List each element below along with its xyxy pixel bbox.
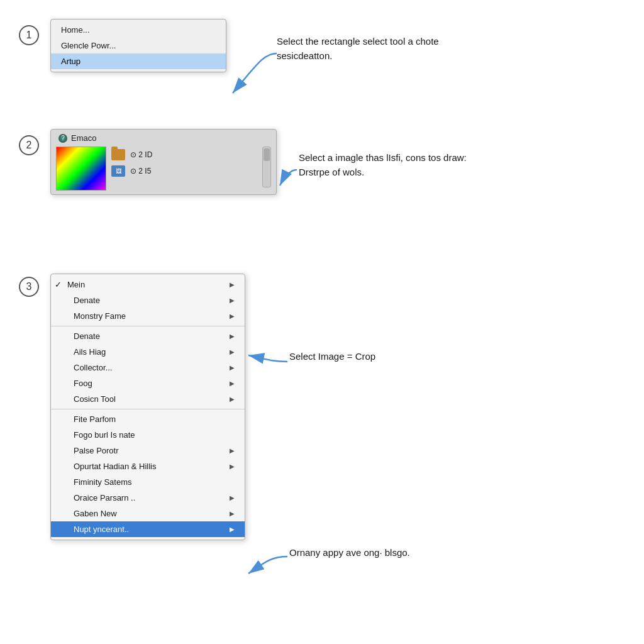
menu3-item-monstry[interactable]: Monstry Fame ▶ (51, 308, 245, 324)
menu3-item-fiminity[interactable]: Fiminity Satems (51, 474, 245, 490)
arrow-icon: ▶ (230, 313, 235, 319)
image-icon: 🖼 (111, 165, 125, 177)
menu3-item-collector[interactable]: Collector... ▶ (51, 360, 245, 375)
step2-content: ⊙ 2 ID 🖼 ⊙ 2 I5 (56, 147, 271, 191)
step2-row-folder: ⊙ 2 ID (111, 149, 257, 160)
menu3-item-opurtat[interactable]: Opurtat Hadian & Hillis ▶ (51, 458, 245, 474)
menu-item-home[interactable]: Home... (51, 22, 226, 38)
arrow-icon: ▶ (230, 297, 235, 304)
menu3-item-cosicn[interactable]: Cosicn Tool ▶ (51, 391, 245, 407)
menu3-item-ails[interactable]: Ails Hiag ▶ (51, 344, 245, 360)
step2-title: ? Emaco (56, 133, 271, 143)
step2-annotation: Select a imagle thas lIsfi, cons tos dra… (299, 151, 494, 179)
row-folder-text: ⊙ 2 ID (130, 150, 152, 159)
arrow-icon: ▶ (230, 396, 235, 402)
arrow-icon: ▶ (230, 447, 235, 454)
arrow-icon: ▶ (230, 333, 235, 340)
arrow-icon: ▶ (230, 364, 235, 371)
arrow-icon: ▶ (230, 281, 235, 288)
step3-number: 3 (19, 277, 39, 297)
step1-annotation: Select the rectangle select tool a chote… (277, 35, 465, 63)
emaco-icon: ? (58, 134, 67, 143)
menu-item-artup[interactable]: Artup (51, 53, 226, 69)
arrow-icon: ▶ (230, 348, 235, 355)
menu-divider (51, 409, 245, 409)
step3-annotation1: Select Image = Crop (289, 351, 453, 362)
menu3-item-nupt[interactable]: Nupt yncerant.. ▶ (51, 521, 245, 537)
folder-icon (111, 149, 125, 160)
color-swatch (56, 147, 106, 191)
menu3-item-oraice[interactable]: Oraice Parsarn .. ▶ (51, 490, 245, 506)
step1-number: 1 (19, 25, 39, 45)
menu3-item-palse[interactable]: Palse Porotr ▶ (51, 443, 245, 458)
menu3-item-gaben[interactable]: Gaben New ▶ (51, 506, 245, 521)
scrollbar[interactable] (262, 147, 271, 187)
step2-number: 2 (19, 135, 39, 155)
scrollbar-thumb (264, 148, 270, 161)
step2-panel: ? Emaco ⊙ 2 ID 🖼 ⊙ 2 I5 (50, 129, 277, 195)
step2-row-image: 🖼 ⊙ 2 I5 (111, 165, 257, 177)
menu3-item-denate1[interactable]: Denate ▶ (51, 292, 245, 308)
step2-rows: ⊙ 2 ID 🖼 ⊙ 2 I5 (111, 147, 257, 182)
menu3-item-foog[interactable]: Foog ▶ (51, 375, 245, 391)
row-image-text: ⊙ 2 I5 (130, 167, 151, 175)
menu3-item-denate2[interactable]: Denate ▶ (51, 328, 245, 344)
menu3-item-fogo[interactable]: Fogo burl Is nate (51, 427, 245, 443)
arrow-icon: ▶ (230, 510, 235, 517)
menu-item-glencle[interactable]: Glencle Powr... (51, 38, 226, 53)
check-icon: ✓ (55, 280, 65, 289)
menu3-item-mein[interactable]: ✓ Mein ▶ (51, 277, 245, 292)
arrow-icon: ▶ (230, 494, 235, 501)
arrow-icon: ▶ (230, 463, 235, 470)
step3-menu: ✓ Mein ▶ Denate ▶ Monstry Fame ▶ Denate … (50, 274, 245, 540)
menu-divider (51, 326, 245, 326)
arrow-icon: ▶ (230, 380, 235, 387)
menu3-item-fite[interactable]: Fite Parfom (51, 411, 245, 427)
step3-annotation2: Ornany appy ave ong· blsgo. (289, 547, 465, 558)
arrow-icon-selected: ▶ (230, 526, 235, 533)
step1-menu: Home... Glencle Powr... Artup (50, 19, 226, 72)
